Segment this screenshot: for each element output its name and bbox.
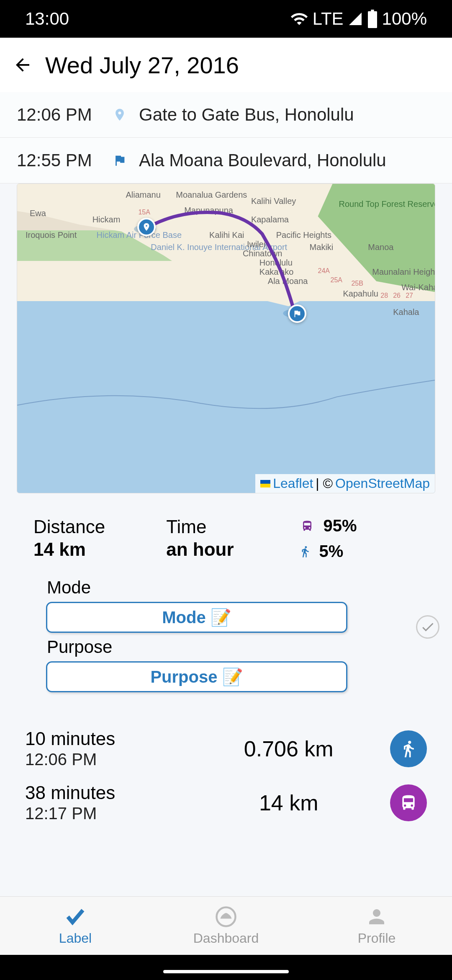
- bus-pct-row: 95%: [299, 516, 419, 535]
- purpose-button[interactable]: Purpose 📝: [46, 661, 347, 692]
- trip-end-time: 12:55 PM: [17, 150, 100, 170]
- map-labels: Aliamanu Moanalua Gardens Kalihi Valley …: [17, 184, 435, 493]
- trip-end-row[interactable]: 12:55 PM Ala Moana Boulevard, Honolulu: [0, 138, 452, 183]
- battery-label: 100%: [382, 9, 427, 29]
- gauge-icon: [215, 905, 237, 928]
- walk-icon: [299, 543, 311, 560]
- trip-end-name: Ala Moana Boulevard, Honolulu: [139, 150, 386, 170]
- distance-label: Distance: [33, 516, 166, 537]
- person-icon: [365, 905, 388, 928]
- segments-list: 10 minutes 12:06 PM 0.706 km 38 minutes …: [0, 709, 452, 838]
- time-label: Time: [166, 516, 299, 537]
- wifi-icon: [290, 10, 308, 28]
- ukraine-flag-icon: [260, 480, 270, 487]
- page-title: Wed July 27, 2016: [45, 52, 239, 79]
- purpose-heading: Purpose: [47, 637, 406, 657]
- app-bar: Wed July 27, 2016: [0, 38, 452, 92]
- bus-mode-icon: [390, 784, 427, 821]
- distance-stat: Distance 14 km: [33, 516, 166, 561]
- end-marker[interactable]: [288, 304, 306, 323]
- segment-row[interactable]: 10 minutes 12:06 PM 0.706 km: [25, 722, 427, 776]
- check-icon: [64, 905, 87, 928]
- start-pin-icon: [112, 107, 127, 122]
- distance-value: 14 km: [33, 539, 166, 560]
- trip-start-time: 12:06 PM: [17, 105, 100, 125]
- end-flag-icon: [112, 153, 127, 168]
- segment-distance: 14 km: [195, 790, 382, 815]
- back-icon[interactable]: [13, 55, 33, 75]
- home-indicator: [163, 970, 289, 973]
- mode-button[interactable]: Mode 📝: [46, 602, 347, 633]
- battery-icon: [367, 10, 378, 28]
- status-right: LTE 100%: [290, 9, 427, 29]
- segment-duration: 10 minutes: [25, 728, 195, 749]
- trip-start-row[interactable]: 12:06 PM Gate to Gate Bus, Honolulu: [0, 92, 452, 138]
- walk-pct: 5%: [319, 542, 343, 561]
- trip-start-name: Gate to Gate Bus, Honolulu: [139, 105, 354, 125]
- confirm-check-icon[interactable]: [416, 615, 439, 639]
- walk-mode-icon: [390, 730, 427, 767]
- status-time: 13:00: [25, 9, 69, 29]
- map-attribution: Leaflet | © OpenStreetMap: [255, 474, 435, 493]
- segment-distance: 0.706 km: [195, 736, 382, 761]
- osm-link[interactable]: OpenStreetMap: [335, 476, 430, 491]
- time-stat: Time an hour: [166, 516, 299, 561]
- label-section: Mode Mode 📝 Purpose Purpose 📝: [0, 578, 452, 709]
- signal-icon: [348, 11, 363, 26]
- network-label: LTE: [313, 9, 344, 29]
- start-marker[interactable]: [137, 218, 156, 236]
- nav-label[interactable]: Label: [0, 897, 151, 955]
- stats-row: Distance 14 km Time an hour 95% 5%: [0, 504, 452, 578]
- segment-time: 12:06 PM: [25, 750, 195, 769]
- bus-icon: [299, 520, 316, 532]
- nav-profile[interactable]: Profile: [301, 897, 452, 955]
- walk-pct-row: 5%: [299, 542, 419, 561]
- mode-breakdown: 95% 5%: [299, 516, 419, 561]
- leaflet-link[interactable]: Leaflet: [273, 476, 313, 491]
- time-value: an hour: [166, 539, 299, 560]
- mode-heading: Mode: [47, 578, 406, 598]
- bus-pct: 95%: [323, 516, 357, 535]
- status-bar: 13:00 LTE 100%: [0, 0, 452, 38]
- nav-dashboard[interactable]: Dashboard: [151, 897, 301, 955]
- bottom-nav: Label Dashboard Profile: [0, 896, 452, 955]
- route-map[interactable]: Aliamanu Moanalua Gardens Kalihi Valley …: [17, 183, 435, 493]
- segment-duration: 38 minutes: [25, 782, 195, 803]
- segment-time: 12:17 PM: [25, 804, 195, 823]
- segment-row[interactable]: 38 minutes 12:17 PM 14 km: [25, 776, 427, 830]
